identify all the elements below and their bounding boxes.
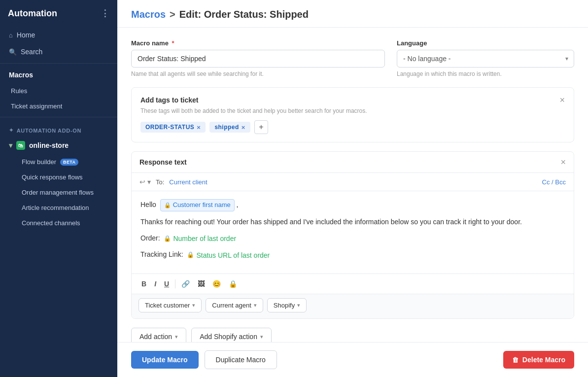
sidebar-item-article-recommendation[interactable]: Article recommendation	[0, 200, 117, 215]
quick-response-label: Quick response flows	[22, 173, 83, 181]
email-body: Hello 🔒 Customer first name , Thanks for…	[132, 191, 574, 274]
breadcrumb-macros-link[interactable]: Macros	[131, 9, 166, 20]
macro-name-input[interactable]	[131, 50, 385, 68]
sidebar-item-label: Rules	[11, 87, 27, 95]
ticket-customer-button[interactable]: Ticket customer ▾	[138, 298, 202, 312]
tag-shipped-remove[interactable]: ×	[242, 124, 245, 131]
sidebar-item-ticket-assignment[interactable]: Ticket assignment	[0, 99, 117, 114]
app-title: Automation	[8, 8, 57, 19]
trash-icon: 🗑	[512, 356, 519, 364]
tracking-var-chip[interactable]: 🔒 Status URL of last order	[187, 250, 270, 261]
tag-add-button[interactable]: +	[254, 120, 268, 134]
email-tracking-line: Tracking Link: 🔒 Status URL of last orde…	[140, 249, 565, 261]
sidebar-item-rules[interactable]: Rules	[0, 83, 117, 99]
tracking-var-icon: 🔒	[187, 250, 194, 260]
tags-section: Add tags to ticket × These tags will bot…	[131, 87, 574, 142]
sidebar-macros-heading: Macros	[0, 67, 117, 83]
duplicate-macro-button[interactable]: Duplicate Macro	[205, 350, 277, 369]
sidebar-item-quick-response-flows[interactable]: Quick response flows	[0, 170, 117, 185]
response-header: Response text ×	[132, 152, 574, 173]
toolbar-image-button[interactable]: 🖼	[195, 278, 208, 290]
response-close-button[interactable]: ×	[560, 158, 566, 167]
order-var-label: Number of last order	[173, 233, 236, 244]
sidebar-item-label: Home	[17, 31, 35, 39]
response-title: Response text	[139, 158, 187, 166]
language-hint: Language in which this macro is written.	[397, 70, 574, 77]
shopify-label: Shopify	[274, 302, 295, 309]
form-row-name-language: Macro name * Name that all agents will s…	[131, 39, 574, 77]
tags-row: ORDER-STATUS × shipped × +	[140, 120, 565, 134]
current-agent-button[interactable]: Current agent ▾	[206, 298, 263, 312]
sidebar-divider-2	[0, 117, 117, 117]
footer-bar: Update Macro Duplicate Macro 🗑 Delete Ma…	[117, 342, 588, 377]
ticket-customer-chevron: ▾	[192, 302, 195, 308]
email-to-row: ↩ ▾ To: Current client Cc / Bcc	[132, 173, 574, 191]
sidebar-item-label: Ticket assignment	[11, 103, 62, 110]
sidebar-item-search[interactable]: 🔍 Search	[0, 43, 117, 60]
tag-shipped: shipped ×	[209, 122, 250, 133]
sidebar-item-home[interactable]: ⌂ Home	[0, 27, 117, 43]
current-agent-chevron: ▾	[254, 302, 257, 308]
actions-row: Add action ▾ Add Shopify action ▾	[131, 328, 574, 342]
tag-order-status-remove[interactable]: ×	[197, 124, 201, 131]
sidebar-item-label: Search	[21, 48, 42, 56]
toolbar-bold-button[interactable]: B	[138, 278, 149, 290]
add-shopify-action-chevron: ▾	[260, 334, 263, 340]
email-greeting-line: Hello 🔒 Customer first name ,	[140, 199, 565, 211]
language-select[interactable]: - No language - English Spanish French G…	[397, 50, 574, 68]
home-icon: ⌂	[9, 32, 13, 39]
tags-header: Add tags to ticket ×	[140, 96, 565, 104]
email-body-line1: Thanks for reaching out! Your order has …	[140, 216, 565, 227]
shopify-button[interactable]: Shopify ▾	[267, 298, 307, 312]
customer-name-chip[interactable]: 🔒 Customer first name	[160, 199, 235, 211]
email-to-label: To:	[156, 178, 164, 186]
sidebar-divider-1	[0, 63, 117, 64]
toolbar-lock-button[interactable]: 🔒	[226, 278, 240, 290]
breadcrumb: Macros > Edit: Order Status: Shipped	[131, 9, 309, 20]
email-cc-bcc-button[interactable]: Cc / Bcc	[542, 178, 566, 186]
update-macro-button[interactable]: Update Macro	[131, 351, 199, 369]
delete-macro-button[interactable]: 🗑 Delete Macro	[503, 351, 574, 369]
toolbar-underline-button[interactable]: U	[161, 278, 172, 290]
sidebar-options-icon[interactable]: ⋮	[101, 8, 109, 19]
macros-label: Macros	[9, 71, 33, 79]
addon-icon: ✦	[9, 127, 14, 134]
sidebar: Automation ⋮ ⌂ Home 🔍 Search Macros Rule…	[0, 0, 117, 377]
tags-title: Add tags to ticket	[140, 96, 198, 104]
breadcrumb-current: Edit: Order Status: Shipped	[179, 9, 309, 20]
main-content: Macro name * Name that all agents will s…	[117, 28, 588, 342]
beta-badge: BETA	[60, 159, 78, 166]
connected-channels-label: Connected channels	[22, 219, 80, 227]
tag-order-status: ORDER-STATUS ×	[140, 122, 206, 133]
email-to-value[interactable]: Current client	[169, 178, 207, 186]
sidebar-item-flow-builder[interactable]: Flow builder BETA	[0, 154, 117, 170]
addon-label: AUTOMATION ADD-ON	[17, 128, 81, 134]
toolbar-divider	[175, 279, 175, 288]
flow-builder-label: Flow builder	[22, 158, 56, 166]
sidebar-addon-section: ✦ AUTOMATION ADD-ON	[0, 120, 117, 137]
add-action-chevron: ▾	[175, 334, 178, 340]
macro-name-label: Macro name *	[131, 39, 385, 47]
toolbar-italic-button[interactable]: I	[151, 278, 159, 290]
required-star: *	[172, 39, 174, 47]
chip-icon: 🔒	[164, 201, 171, 210]
sidebar-store-group[interactable]: ▾ 🛍 online-store	[0, 137, 117, 154]
add-action-button[interactable]: Add action ▾	[131, 328, 186, 342]
breadcrumb-separator: >	[170, 9, 175, 20]
toolbar-link-button[interactable]: 🔗	[178, 278, 193, 290]
toolbar-emoji-button[interactable]: 😊	[209, 278, 224, 290]
sidebar-item-connected-channels[interactable]: Connected channels	[0, 215, 117, 231]
tags-close-button[interactable]: ×	[559, 96, 565, 104]
order-mgmt-label: Order management flows	[22, 189, 94, 196]
variable-buttons-row: Ticket customer ▾ Current agent ▾ Shopif…	[132, 294, 574, 318]
current-agent-label: Current agent	[212, 302, 251, 309]
store-name: online-store	[29, 141, 69, 149]
sidebar-item-order-management-flows[interactable]: Order management flows	[0, 185, 117, 200]
add-shopify-action-button[interactable]: Add Shopify action ▾	[191, 328, 272, 342]
form-group-macro-name: Macro name * Name that all agents will s…	[131, 39, 385, 77]
order-var-chip[interactable]: 🔒 Number of last order	[164, 233, 236, 244]
top-bar: Macros > Edit: Order Status: Shipped	[117, 0, 588, 28]
add-shopify-action-label: Add Shopify action	[200, 333, 257, 341]
response-section: Response text × ↩ ▾ To: Current client C…	[131, 151, 574, 319]
greeting-text: Hello	[140, 201, 156, 208]
